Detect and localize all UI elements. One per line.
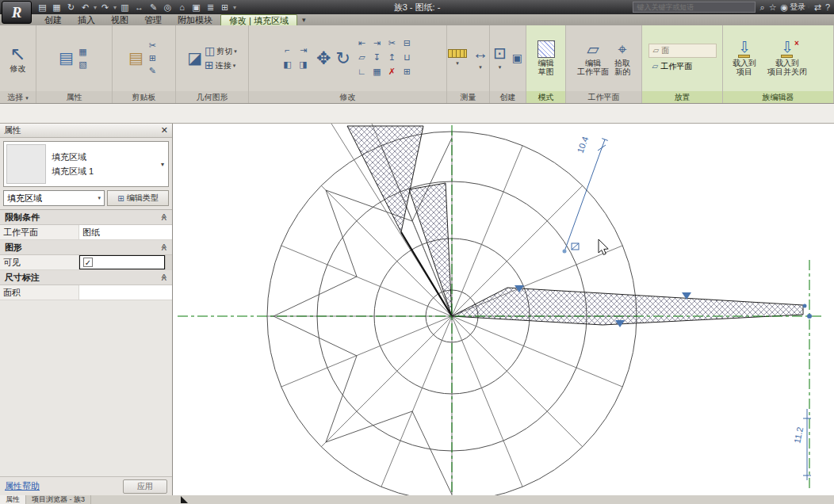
chevron-down-icon[interactable]: ▾: [157, 161, 168, 168]
align-icon[interactable]: ⌐: [281, 44, 294, 56]
rotate-icon[interactable]: ↻: [336, 48, 350, 69]
filled-region-wedge-left[interactable]: [347, 126, 423, 232]
copy-modify-icon[interactable]: ⊞: [400, 66, 414, 78]
tab-project-browser[interactable]: 项目浏览器 - 族3: [26, 495, 91, 504]
save-icon[interactable]: ▦: [51, 2, 63, 13]
sign-in-button[interactable]: ◉ 登录 ▾: [781, 2, 810, 13]
delete-icon[interactable]: ✗: [385, 66, 399, 78]
close-icon[interactable]: ✕: [161, 125, 168, 136]
tab-view[interactable]: 视图: [103, 14, 136, 25]
section-icon[interactable]: ▣: [190, 2, 202, 13]
tag-icon[interactable]: ◎: [162, 2, 174, 13]
offset-icon[interactable]: ⇥: [296, 44, 310, 56]
edit-type-button[interactable]: ⊞ 编辑类型: [107, 190, 169, 206]
properties-help-link[interactable]: 属性帮助: [5, 480, 40, 492]
visible-checkbox[interactable]: ✓: [83, 258, 93, 267]
property-value[interactable]: [79, 285, 172, 300]
text-icon[interactable]: ✎: [147, 2, 159, 13]
section-graphics[interactable]: 图形 ≪: [0, 240, 172, 255]
mirror-pick-icon[interactable]: ◨: [296, 59, 310, 71]
unpin-icon[interactable]: ↥: [385, 52, 399, 63]
paste-icon[interactable]: ▤: [128, 50, 143, 67]
pin-icon[interactable]: ↧: [370, 52, 384, 63]
create-group-button[interactable]: ⊡ ▾: [492, 44, 508, 72]
filled-region-wedge-center[interactable]: [409, 183, 452, 316]
search-icon[interactable]: ⌕: [759, 2, 764, 13]
associate-parameter-button[interactable]: [165, 255, 172, 269]
tab-modify-filled-region[interactable]: 修改 | 填充区域: [220, 14, 297, 25]
split-icon[interactable]: ✂: [385, 37, 399, 49]
mirror-axis-icon[interactable]: ◧: [281, 59, 294, 71]
tab-create[interactable]: 创建: [36, 14, 70, 25]
extend-icon[interactable]: ⇥: [370, 37, 384, 49]
endpoint-grip[interactable]: [803, 304, 807, 308]
trim-corner-icon[interactable]: ∟: [355, 66, 369, 78]
dimension-top-value[interactable]: 10.4: [576, 135, 591, 154]
join-geometry-button[interactable]: ⊞ 连接 ▾: [205, 59, 237, 71]
star-icon[interactable]: ☆: [769, 2, 777, 13]
property-value-visible[interactable]: ✓: [79, 255, 165, 269]
move-icon[interactable]: ✥: [316, 48, 331, 69]
tab-addins[interactable]: 附加模块: [170, 14, 220, 25]
pick-new-workplane-button[interactable]: ⌖ 拾取 新的: [613, 40, 632, 77]
edit-workplane-button[interactable]: ▱ 编辑 工作平面: [576, 40, 610, 77]
cut-icon[interactable]: ✂: [146, 40, 159, 52]
chevron-down-icon[interactable]: ▾: [233, 4, 236, 11]
chevron-down-icon[interactable]: ▾: [94, 4, 97, 11]
tab-properties-palette[interactable]: 属性: [0, 495, 26, 504]
dimension-button[interactable]: ↔ ▾: [471, 44, 490, 72]
measure-button[interactable]: ▾: [446, 48, 469, 68]
sync-icon[interactable]: ↻: [65, 2, 77, 13]
split-gap-icon[interactable]: ⊟: [400, 37, 414, 49]
section-constraints[interactable]: 限制条件 ≪: [0, 210, 172, 225]
load-into-project-button[interactable]: ⇩ 载入到 项目: [731, 40, 758, 77]
dimension-label-grip[interactable]: [572, 243, 579, 250]
panel-label-select[interactable]: 选择 ▾: [0, 91, 36, 103]
undo-icon[interactable]: ↶: [79, 2, 91, 13]
filled-region-blade[interactable]: [452, 288, 803, 325]
properties-icon[interactable]: ▤: [59, 50, 74, 67]
edit-sketch-button[interactable]: 编辑 草图: [536, 40, 557, 77]
tab-insert[interactable]: 插入: [70, 14, 103, 25]
application-menu-button[interactable]: R: [2, 1, 32, 24]
thin-lines-icon[interactable]: ≣: [205, 2, 216, 13]
tab-manage[interactable]: 管理: [136, 14, 170, 25]
ribbon-collapse-icon[interactable]: ▾: [302, 14, 306, 25]
scale-icon[interactable]: ▱: [355, 52, 369, 63]
drawing-area[interactable]: 10.4 11.2: [173, 124, 834, 495]
search-input[interactable]: [633, 2, 756, 13]
placement-workplane-option[interactable]: ▱ 工作平面: [648, 59, 717, 74]
cut-geometry-button[interactable]: ◫ 剪切 ▾: [205, 45, 237, 57]
measure-icon[interactable]: ↔: [133, 2, 145, 13]
family-category-icon[interactable]: ▧: [76, 59, 90, 71]
dimension-right-value[interactable]: 11.2: [792, 426, 805, 445]
match-type-icon[interactable]: ✎: [146, 65, 159, 77]
dimension-grip-dot[interactable]: [563, 250, 567, 254]
open-icon[interactable]: ▤: [36, 2, 48, 13]
trim-extend-icon[interactable]: ⇤: [355, 37, 369, 49]
canvas-scroll-strip[interactable]: [173, 495, 834, 504]
chevron-down-icon[interactable]: ▾: [113, 4, 117, 11]
type-selector[interactable]: 填充区域 填充区域 1 ▾: [3, 141, 169, 187]
array-linear-icon[interactable]: ▦: [370, 66, 384, 78]
redo-icon[interactable]: ↷: [99, 2, 111, 13]
load-into-project-close-button[interactable]: ⇩ × 载入到 项目并关闭: [766, 40, 809, 77]
section-dimensions[interactable]: 尺寸标注 ≪: [0, 270, 172, 285]
filter-combo[interactable]: 填充区域 ▾: [3, 190, 105, 206]
placement-face-option[interactable]: ▱ 面: [648, 44, 717, 58]
switch-windows-icon[interactable]: ⊞: [219, 2, 231, 13]
dimension-top[interactable]: [564, 139, 608, 251]
create-similar-button[interactable]: ▣: [511, 52, 524, 65]
apply-button[interactable]: 应用: [123, 479, 167, 494]
default-3d-view-icon[interactable]: ⌂: [176, 2, 188, 13]
array-icon[interactable]: ⊔: [400, 52, 414, 63]
family-types-icon[interactable]: ▦: [76, 46, 90, 58]
modify-button[interactable]: ↖ 修改: [8, 44, 27, 74]
print-icon[interactable]: ▥: [119, 2, 131, 13]
property-value[interactable]: 图纸: [79, 225, 172, 239]
copy-icon[interactable]: ⊞: [146, 52, 159, 64]
endpoint-grip[interactable]: [807, 314, 812, 319]
cut-geometry-icon[interactable]: ◪: [187, 50, 202, 67]
exchange-apps-icon[interactable]: ⇄: [814, 2, 821, 13]
help-icon[interactable]: ?: [825, 2, 830, 12]
